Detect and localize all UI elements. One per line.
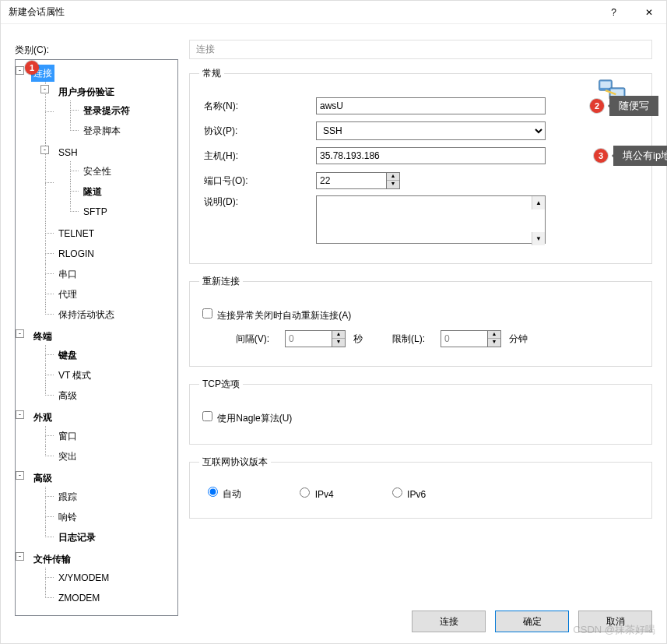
nagle-label[interactable]: 使用Nagle算法(U) [199, 409, 292, 425]
desc-label: 说明(D): [199, 195, 316, 209]
tree-node-ssh[interactable]: SSH [56, 144, 80, 161]
spin-down-icon: ▼ [332, 339, 345, 347]
tree-node-login-script[interactable]: 登录脚本 [81, 122, 123, 139]
ip-auto-option[interactable]: 自动 [204, 484, 241, 501]
section-header: 连接 [189, 40, 652, 59]
tree-node-keyboard[interactable]: 键盘 [56, 347, 79, 364]
svg-rect-1 [600, 82, 610, 88]
general-group: 常规 名称(N): 2 随便写 协议(P): SSH 主机(H): 3 填公有i… [189, 67, 652, 264]
tree-node-terminal[interactable]: 终端 [31, 328, 54, 345]
ip-auto-radio[interactable] [208, 487, 218, 497]
annotation-badge-3: 3 [594, 149, 608, 163]
annotation-tooltip-2: 随便写 [609, 96, 658, 116]
tree-node-highlight[interactable]: 突出 [56, 448, 79, 465]
tree-node-proxy[interactable]: 代理 [56, 286, 79, 303]
tree-node-telnet[interactable]: TELNET [56, 225, 97, 242]
auto-reconnect-label[interactable]: 连接异常关闭时自动重新连接(A) [199, 306, 351, 322]
ip-v4-radio[interactable] [300, 487, 310, 498]
spin-up-icon: ▲ [488, 331, 500, 339]
tree-node-transfer[interactable]: 文件传输 [31, 551, 73, 568]
host-input[interactable] [316, 147, 546, 164]
category-tree[interactable]: 1 - 连接 -用户身份验证 登录提示符 登录脚本 -SSH 安全性 隧道 SF… [15, 59, 178, 616]
annotation-badge-2: 2 [590, 99, 604, 113]
spin-up-icon: ▲ [332, 331, 345, 339]
expander-ssh[interactable]: - [40, 146, 49, 154]
tree-node-vtmode[interactable]: VT 模式 [56, 367, 93, 384]
expander-auth[interactable]: - [40, 85, 49, 93]
annotation-tooltip-3: 填公有ip地址 [613, 146, 667, 166]
name-label: 名称(N): [199, 100, 316, 113]
limit-label: 限制(L): [370, 333, 441, 346]
tree-node-xymodem[interactable]: X/YMODEM [56, 569, 111, 586]
tree-node-tracking[interactable]: 跟踪 [56, 488, 79, 505]
interval-input [285, 330, 332, 347]
host-label: 主机(H): [199, 150, 316, 163]
port-spinner[interactable]: ▲▼ [316, 172, 400, 189]
ip-v6-option[interactable]: IPv6 [388, 485, 426, 500]
scroll-down-icon[interactable]: ▼ [532, 232, 545, 245]
spin-down-icon[interactable]: ▼ [387, 181, 399, 188]
spin-down-icon: ▼ [488, 339, 500, 347]
window-title: 新建会话属性 [9, 5, 596, 19]
tree-node-bell[interactable]: 响铃 [56, 509, 79, 526]
expander-transfer[interactable]: - [16, 552, 24, 561]
tcp-group: TCP选项 使用Nagle算法(U) [189, 378, 652, 445]
expander-advanced[interactable]: - [16, 471, 24, 480]
tree-node-logging[interactable]: 日志记录 [56, 529, 98, 546]
tree-node-serial[interactable]: 串口 [56, 266, 79, 283]
seconds-label: 秒 [353, 333, 363, 346]
reconnect-legend: 重新连接 [199, 275, 243, 288]
interval-label: 间隔(V): [199, 333, 285, 346]
ip-v6-radio[interactable] [392, 487, 402, 498]
dialog-window: 新建会话属性 ? ✕ 类别(C): 1 - 连接 -用户身份验证 登录提示符 登… [0, 0, 667, 644]
spin-up-icon[interactable]: ▲ [387, 173, 399, 181]
reconnect-group: 重新连接 连接异常关闭时自动重新连接(A) 间隔(V): ▲▼ 秒 限制(L):… [189, 275, 652, 367]
ipversion-group: 互联网协议版本 自动 IPv4 IPv6 [189, 456, 652, 519]
name-input[interactable] [316, 97, 546, 114]
port-label: 端口号(O): [199, 174, 316, 188]
tree-node-auth[interactable]: 用户身份验证 [56, 83, 117, 100]
tree-node-appearance[interactable]: 外观 [31, 409, 54, 426]
help-button[interactable]: ? [596, 1, 631, 24]
tcp-legend: TCP选项 [199, 378, 243, 391]
annotation-badge-1: 1 [25, 61, 39, 75]
minutes-label: 分钟 [509, 333, 528, 346]
settings-panel: 连接 常规 名称(N): 2 随便写 协议(P): SSH 主机(H): 3 填… [189, 40, 652, 596]
tree-node-zmodem[interactable]: ZMODEM [56, 589, 102, 607]
tree-node-advanced-terminal[interactable]: 高级 [56, 387, 79, 404]
expander-terminal[interactable]: - [16, 329, 24, 338]
watermark-text: CSDN @抹茶好喝 [573, 623, 655, 637]
port-input[interactable] [316, 172, 386, 189]
ipversion-legend: 互联网协议版本 [199, 456, 271, 469]
tree-node-login-prompt[interactable]: 登录提示符 [81, 102, 132, 119]
nagle-checkbox[interactable] [202, 411, 212, 421]
interval-spinner: ▲▼ [285, 330, 346, 347]
tree-node-advanced[interactable]: 高级 [31, 470, 54, 487]
expander-connection[interactable]: - [16, 66, 24, 75]
tree-node-security[interactable]: 安全性 [81, 163, 114, 180]
auto-reconnect-checkbox[interactable] [202, 308, 212, 318]
tree-node-tunnel[interactable]: 隧道 [81, 183, 104, 200]
tree-node-rlogin[interactable]: RLOGIN [56, 245, 97, 262]
ok-button[interactable]: 确定 [495, 611, 569, 632]
tree-node-window[interactable]: 窗口 [56, 428, 79, 445]
titlebar: 新建会话属性 ? ✕ [1, 1, 666, 24]
close-button[interactable]: ✕ [631, 1, 666, 24]
tree-node-sftp[interactable]: SFTP [81, 203, 110, 220]
limit-input [441, 330, 487, 347]
tree-node-keepalive[interactable]: 保持活动状态 [56, 306, 117, 323]
limit-spinner: ▲▼ [441, 330, 501, 347]
desc-textarea[interactable] [316, 195, 546, 244]
connect-button[interactable]: 连接 [412, 611, 486, 632]
protocol-select[interactable]: SSH [316, 121, 546, 140]
scroll-up-icon[interactable]: ▲ [532, 196, 545, 209]
protocol-label: 协议(P): [199, 125, 316, 138]
ip-v4-option[interactable]: IPv4 [296, 485, 333, 500]
general-legend: 常规 [199, 67, 224, 80]
expander-appearance[interactable]: - [16, 410, 24, 419]
